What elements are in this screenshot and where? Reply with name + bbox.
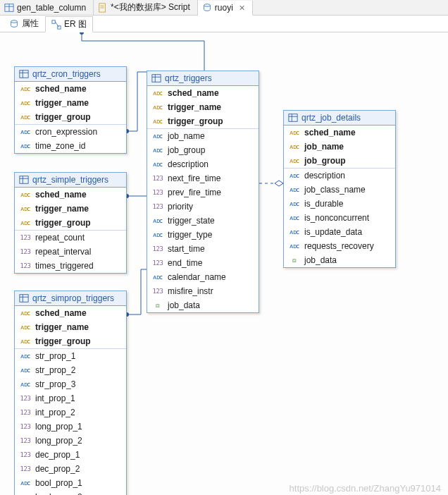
column-row[interactable]: 123dec_prop_1 (15, 448, 126, 462)
column-name: job_data (168, 300, 200, 311)
entity-qrtz-simprop-triggers[interactable]: qrtz_simprop_triggersᴀᴅᴄsched_nameᴀᴅᴄtri… (14, 291, 127, 495)
editor-tab[interactable]: *<我的数据库> Script (94, 0, 198, 15)
column-row[interactable]: 123long_prop_1 (15, 420, 126, 434)
editor-tab[interactable]: gen_table_column (0, 0, 94, 15)
entity-header[interactable]: qrtz_job_details (284, 111, 395, 126)
column-row[interactable]: ᴀᴅᴄtrigger_name (15, 320, 126, 334)
column-row[interactable]: 123end_time (147, 256, 259, 270)
column-row[interactable]: 123next_fire_time (147, 171, 259, 185)
column-row[interactable]: ᴀᴅᴄjob_name (284, 140, 395, 154)
column-row[interactable]: ᴀᴅᴄsched_name (15, 306, 126, 320)
er-canvas[interactable]: qrtz_cron_triggersᴀᴅᴄsched_nameᴀᴅᴄtrigge… (0, 32, 448, 495)
column-row[interactable]: ᴀᴅᴄcalendar_name (147, 270, 259, 284)
column-row[interactable]: ᴀᴅᴄis_nonconcurrent (284, 211, 395, 225)
column-row[interactable]: 123misfire_instr (147, 284, 259, 298)
view-tab-bar: 属性 ER 图 (0, 16, 448, 32)
coltype-icon: ᴀᴅᴄ (151, 229, 164, 240)
column-name: is_durable (304, 198, 343, 209)
column-row[interactable]: ᴀᴅᴄtrigger_group (15, 334, 126, 348)
editor-tab-label: *<我的数据库> Script (111, 1, 190, 13)
column-name: trigger_state (168, 215, 215, 226)
column-row[interactable]: 123repeat_count (15, 231, 126, 245)
coltype-icon: ᴀᴅᴄ (19, 203, 32, 214)
coltype-icon: 123 (151, 257, 164, 269)
column-name: long_prop_1 (35, 421, 82, 432)
column-row[interactable]: ᴀᴅᴄstr_prop_2 (15, 363, 126, 377)
view-tab-er-diagram[interactable]: ER 图 (45, 16, 93, 32)
column-row[interactable]: ᴀᴅᴄsched_name (15, 188, 126, 202)
column-row[interactable]: ᴀᴅᴄtime_zone_id (15, 139, 126, 153)
column-name: trigger_group (35, 336, 91, 347)
column-row[interactable]: ᴀᴅᴄjob_group (147, 143, 259, 157)
coltype-icon: ᴀᴅᴄ (288, 127, 301, 138)
column-row[interactable]: ᴀᴅᴄtrigger_name (15, 96, 126, 110)
column-row[interactable]: ᴀᴅᴄsched_name (284, 126, 395, 140)
column-row[interactable]: ᴀᴅᴄdescription (284, 169, 395, 183)
entity-qrtz-cron-triggers[interactable]: qrtz_cron_triggersᴀᴅᴄsched_nameᴀᴅᴄtrigge… (14, 66, 127, 154)
column-row[interactable]: 123dec_prop_2 (15, 462, 126, 476)
column-row[interactable]: ᴀᴅᴄis_update_data (284, 225, 395, 239)
coltype-icon: 123 (19, 232, 32, 243)
column-row[interactable]: ᴀᴅᴄjob_name (147, 129, 259, 143)
entity-header[interactable]: qrtz_cron_triggers (15, 67, 126, 82)
editor-tab[interactable]: ruoyi ✕ (198, 1, 253, 16)
column-row[interactable]: ᴀᴅᴄtrigger_group (15, 216, 126, 230)
entity-header[interactable]: qrtz_simprop_triggers (15, 291, 126, 306)
column-name: start_time (168, 243, 205, 255)
column-name: job_group (168, 145, 205, 156)
entity-header[interactable]: qrtz_triggers (147, 71, 259, 86)
column-name: dec_prop_2 (35, 463, 80, 475)
connector (82, 32, 204, 71)
column-name: cron_expression (35, 126, 97, 138)
column-row[interactable]: ᴀᴅᴄsched_name (15, 82, 126, 96)
column-row[interactable]: ᴀᴅᴄbool_prop_1 (15, 476, 126, 490)
svg-point-6 (204, 4, 210, 7)
table-icon (19, 69, 29, 79)
coltype-icon: ᴀᴅᴄ (19, 491, 32, 495)
column-row[interactable]: ᴀᴅᴄtrigger_group (15, 110, 126, 124)
column-row[interactable]: ᴀᴅᴄdescription (147, 157, 259, 171)
entity-title: qrtz_triggers (165, 73, 212, 83)
column-row[interactable]: ᴀᴅᴄrequests_recovery (284, 239, 395, 253)
column-row[interactable]: 123times_triggered (15, 259, 126, 273)
column-row[interactable]: 123start_time (147, 242, 259, 256)
column-row[interactable]: 123int_prop_2 (15, 405, 126, 420)
entity-qrtz-triggers[interactable]: qrtz_triggersᴀᴅᴄsched_nameᴀᴅᴄtrigger_nam… (147, 71, 259, 313)
column-row[interactable]: 123prev_fire_time (147, 185, 259, 200)
column-row[interactable]: ᴀᴅᴄstr_prop_3 (15, 377, 126, 391)
view-tab-properties[interactable]: 属性 (3, 16, 45, 32)
entity-header[interactable]: qrtz_simple_triggers (15, 173, 126, 188)
entity-qrtz-job-details[interactable]: qrtz_job_detailsᴀᴅᴄsched_nameᴀᴅᴄjob_name… (283, 110, 396, 268)
column-row[interactable]: ᴀᴅᴄjob_class_name (284, 183, 395, 197)
column-row[interactable]: 123priority (147, 200, 259, 214)
coltype-icon: ᴀᴅᴄ (288, 155, 301, 166)
column-row[interactable]: ᴀᴅᴄtrigger_state (147, 214, 259, 228)
column-name: sched_name (168, 87, 219, 99)
close-icon[interactable]: ✕ (239, 4, 245, 13)
column-row[interactable]: ᴀᴅᴄjob_group (284, 154, 395, 168)
column-row[interactable]: ᴀᴅᴄtrigger_name (15, 202, 126, 216)
column-row[interactable]: ᴀᴅᴄtrigger_group (147, 114, 259, 128)
column-name: prev_fire_time (168, 187, 221, 198)
column-name: int_prop_2 (35, 407, 75, 418)
entity-qrtz-simple-triggers[interactable]: qrtz_simple_triggersᴀᴅᴄsched_nameᴀᴅᴄtrig… (14, 172, 127, 274)
column-row[interactable]: 123long_prop_2 (15, 434, 126, 448)
column-row[interactable]: ⧈job_data (147, 298, 259, 312)
column-row[interactable]: ⧈job_data (284, 253, 395, 267)
column-name: job_name (304, 141, 344, 152)
watermark: https://blog.csdn.net/ZhangYu971014 (290, 483, 441, 494)
column-row[interactable]: ᴀᴅᴄsched_name (147, 86, 259, 100)
entity-title: qrtz_cron_triggers (32, 69, 101, 79)
column-row[interactable]: ᴀᴅᴄtrigger_name (147, 100, 259, 114)
svg-rect-11 (20, 71, 28, 78)
column-row[interactable]: ᴀᴅᴄstr_prop_1 (15, 349, 126, 363)
coltype-icon: ᴀᴅᴄ (151, 102, 164, 113)
column-row[interactable]: ᴀᴅᴄbool_prop_2 (15, 490, 126, 495)
column-row[interactable]: ᴀᴅᴄis_durable (284, 197, 395, 211)
column-name: is_nonconcurrent (304, 212, 369, 224)
column-row[interactable]: 123repeat_interval (15, 245, 126, 259)
column-row[interactable]: 123int_prop_1 (15, 391, 126, 405)
column-row[interactable]: ᴀᴅᴄtrigger_type (147, 228, 259, 242)
svg-rect-8 (52, 20, 55, 23)
column-row[interactable]: ᴀᴅᴄcron_expression (15, 125, 126, 139)
